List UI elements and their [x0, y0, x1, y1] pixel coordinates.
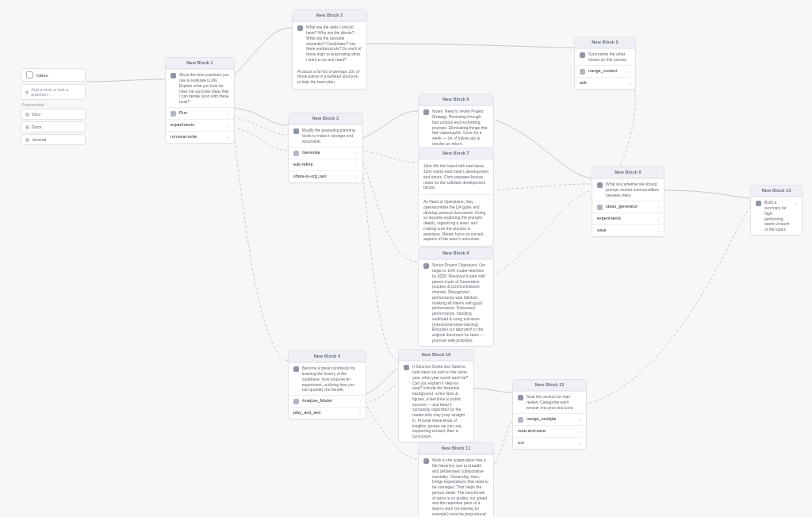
chevron-right-icon: ›	[656, 204, 659, 210]
node-title: New Block 13	[751, 186, 802, 197]
node-block-7[interactable]: New Block 7 John fills the board with ne…	[418, 147, 494, 247]
gear-icon	[423, 109, 429, 115]
node-output[interactable]: edit›	[575, 77, 635, 89]
node-block-4[interactable]: New Block 4 Become a great contributor b…	[288, 350, 366, 419]
sidebar-item-intro[interactable]: Intro	[21, 109, 86, 120]
home-card[interactable]: Ideas	[21, 68, 86, 82]
node-block-13[interactable]: New Block 13 Build a summary for high-pe…	[750, 185, 802, 236]
chevron-right-icon: ›	[354, 174, 358, 180]
doc-icon	[25, 113, 29, 117]
spark-icon	[597, 205, 603, 210]
node-prompt: What and whether we should prompt; extra…	[606, 182, 659, 197]
chevron-right-icon: ›	[358, 398, 361, 404]
node-output[interactable]: save›	[592, 224, 664, 236]
home-label: Ideas	[36, 73, 48, 78]
chevron-right-icon: ›	[354, 150, 358, 156]
node-title: New Block 3	[289, 113, 362, 124]
spark-icon	[293, 399, 299, 404]
node-text: If Solomon Burke and Salerno both were n…	[412, 364, 469, 439]
chevron-right-icon: ›	[578, 416, 581, 423]
node-output[interactable]: run-eval-suite›	[166, 131, 234, 143]
node-output[interactable]: note-and-save›	[513, 425, 586, 437]
home-icon	[26, 71, 33, 79]
chevron-right-icon: ›	[656, 228, 659, 234]
node-title: New Block 1	[166, 58, 234, 69]
doc-icon	[25, 138, 29, 142]
node-title: New Block 8	[419, 248, 493, 259]
node-action-ideas[interactable]: ideas_generator›	[592, 201, 664, 213]
node-block-11[interactable]: New Block 11 Work in the organization ha…	[418, 442, 494, 517]
node-text: Senior Project Objectives: Our target is…	[432, 262, 488, 343]
node-text: Work in the organization has a flat hier…	[432, 458, 488, 517]
gear-icon	[597, 182, 603, 188]
node-action-merge[interactable]: merge_context›	[575, 65, 635, 77]
node-output[interactable]: experiments›	[166, 119, 234, 131]
node-prompt: Show the best practices you use to evalu…	[179, 72, 229, 105]
chevron-right-icon: ›	[358, 410, 361, 416]
node-title: New Block 5	[575, 37, 635, 48]
gear-icon	[170, 73, 176, 79]
node-output[interactable]: play_and_test›	[289, 407, 366, 419]
node-action-run[interactable]: Run›	[166, 107, 234, 119]
sidebar: Ideas Add a task or ask a question… Fram…	[21, 68, 86, 147]
chevron-right-icon: ›	[794, 200, 797, 206]
node-text: As Head of Operations, they operationali…	[419, 195, 493, 246]
node-action-analyze[interactable]: Analyze_Model›	[289, 395, 366, 407]
gear-icon	[404, 365, 409, 370]
search-icon	[25, 90, 29, 94]
node-text: What are the skills I should have? Who a…	[306, 25, 362, 62]
node-output[interactable]: share-to-org_test›	[289, 170, 362, 182]
gear-icon	[423, 263, 429, 269]
node-prompt: Modify the preceding planning block to m…	[302, 128, 358, 144]
node-output[interactable]: run›	[513, 437, 586, 449]
search-input[interactable]: Add a task or ask a question…	[21, 84, 86, 100]
search-placeholder: Add a task or ask a question…	[31, 87, 81, 97]
node-block-8[interactable]: New Block 8 Senior Project Objectives: O…	[418, 247, 494, 347]
gear-icon	[580, 52, 585, 58]
node-block-12[interactable]: New Block 12 Note this section for later…	[512, 379, 587, 450]
node-block-5[interactable]: New Block 5 Summarize the other blocks o…	[574, 36, 636, 90]
node-title: New Block 7	[419, 148, 493, 159]
chevron-right-icon: ›	[656, 216, 659, 222]
node-block-6[interactable]: New Block 6 Notes: Need to revisit Proje…	[418, 94, 494, 150]
doc-icon	[25, 125, 29, 129]
node-prompt: Become a great contributor by learning t…	[302, 366, 361, 393]
node-prompt: Note this section for later review. Cate…	[527, 394, 581, 410]
gear-icon	[756, 201, 761, 206]
gear-icon	[293, 128, 299, 134]
node-text: Notes: Need to revisit Project Strategy.…	[432, 109, 488, 146]
node-title: New Block 6	[419, 94, 493, 105]
node-title: New Block 2	[293, 10, 366, 21]
sidebar-item-docs[interactable]: Docs	[21, 121, 86, 132]
node-title: New Block 11	[419, 443, 493, 454]
chevron-right-icon: ›	[226, 134, 229, 140]
node-action-merge[interactable]: merge_multiple›	[513, 413, 586, 425]
chevron-right-icon: ›	[627, 68, 630, 75]
node-output[interactable]: experiments›	[592, 213, 664, 224]
gear-icon	[293, 366, 299, 372]
node-block-3[interactable]: New Block 3 Modify the preceding plannin…	[288, 113, 363, 183]
node-prompt: Summarize the other blocks on this canva…	[588, 52, 630, 63]
node-title: New Block 9	[592, 167, 664, 178]
node-block-9[interactable]: New Block 9 What and whether we should p…	[592, 167, 665, 237]
node-title: New Block 10	[399, 350, 473, 361]
sidebar-item-journal[interactable]: Journal	[21, 134, 86, 145]
spark-icon	[518, 417, 523, 423]
spark-icon	[293, 151, 299, 156]
spark-icon	[170, 111, 176, 117]
node-prompt: Build a summary for high-performing team…	[764, 200, 791, 232]
node-block-10[interactable]: New Block 10 If Solomon Burke and Salern…	[398, 349, 474, 442]
node-output[interactable]: edit-refine›	[289, 159, 362, 170]
spark-icon	[580, 69, 585, 75]
canvas[interactable]: Ideas Add a task or ask a question… Fram…	[0, 0, 812, 517]
chevron-right-icon: ›	[354, 162, 358, 168]
node-action-generate[interactable]: Generate›	[289, 147, 362, 159]
node-block-1[interactable]: New Block 1 Show the best practices you …	[165, 57, 235, 144]
chevron-right-icon: ›	[627, 80, 630, 86]
node-text: John fills the board with new ideas. Joh…	[419, 159, 493, 194]
node-block-2[interactable]: New Block 2 What are the skills I should…	[292, 10, 367, 90]
chevron-right-icon: ›	[578, 428, 581, 435]
gear-icon	[518, 395, 523, 400]
gear-icon	[423, 458, 429, 464]
chevron-right-icon: ›	[226, 122, 229, 128]
